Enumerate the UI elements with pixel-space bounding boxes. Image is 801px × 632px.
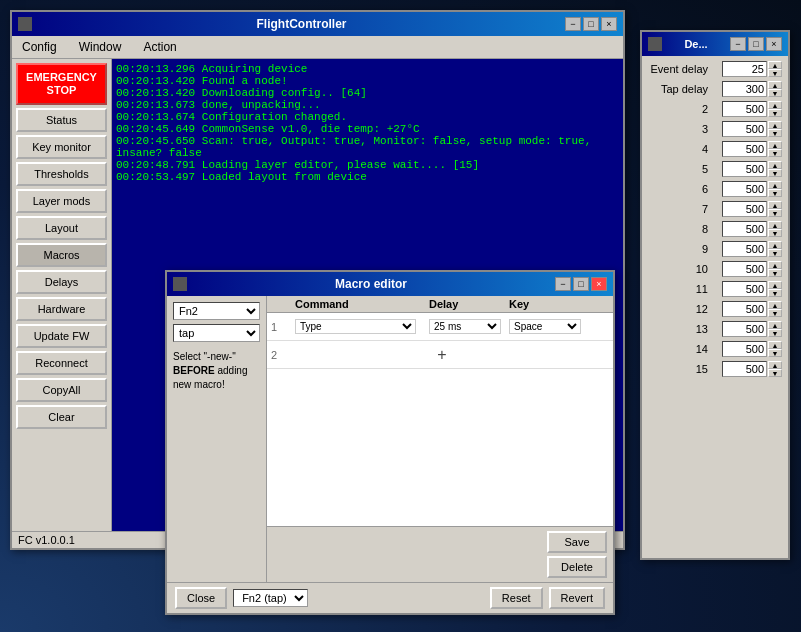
macro-fn-select[interactable]: Fn2 [173, 302, 260, 320]
delays-maximize-button[interactable]: □ [748, 37, 764, 51]
delay-value-input[interactable] [722, 321, 767, 337]
sidebar-btn-thresholds[interactable]: Thresholds [16, 162, 107, 186]
delay-value-input[interactable] [722, 201, 767, 217]
delay-value-input[interactable] [722, 341, 767, 357]
spin-down-button[interactable]: ▼ [768, 89, 782, 97]
spin-up-button[interactable]: ▲ [768, 101, 782, 109]
spin-up-button[interactable]: ▲ [768, 301, 782, 309]
menu-config[interactable]: Config [16, 38, 63, 56]
macro-maximize-button[interactable]: □ [573, 277, 589, 291]
spin-up-button[interactable]: ▲ [768, 241, 782, 249]
add-row-button[interactable]: + [437, 346, 446, 364]
spin-down-button[interactable]: ▼ [768, 169, 782, 177]
delay-value-input[interactable] [722, 161, 767, 177]
spin-down-button[interactable]: ▼ [768, 289, 782, 297]
sidebar-btn-key-monitor[interactable]: Key monitor [16, 135, 107, 159]
minimize-button[interactable]: − [565, 17, 581, 31]
delay-value-input[interactable] [722, 101, 767, 117]
close-button[interactable]: × [601, 17, 617, 31]
delay-row: 3 ▲ ▼ [646, 120, 784, 138]
delay-value-input[interactable] [722, 121, 767, 137]
delay-value-input[interactable] [722, 221, 767, 237]
delay-value-input[interactable] [722, 261, 767, 277]
spin-buttons: ▲ ▼ [768, 261, 782, 277]
sidebar-btn-update-fw[interactable]: Update FW [16, 324, 107, 348]
footer-close-button[interactable]: Close [175, 587, 227, 609]
menu-bar: Config Window Action [12, 36, 623, 59]
footer-revert-button[interactable]: Revert [549, 587, 605, 609]
spin-down-button[interactable]: ▼ [768, 349, 782, 357]
sidebar-btn-clear[interactable]: Clear [16, 405, 107, 429]
sidebar-btn-macros[interactable]: Macros [16, 243, 107, 267]
macro-action-select[interactable]: tap [173, 324, 260, 342]
sidebar-btn-layer-mods[interactable]: Layer mods [16, 189, 107, 213]
spin-down-button[interactable]: ▼ [768, 269, 782, 277]
delay-input-group: ▲ ▼ [722, 261, 782, 277]
footer-reset-button[interactable]: Reset [490, 587, 543, 609]
spin-down-button[interactable]: ▼ [768, 249, 782, 257]
spin-up-button[interactable]: ▲ [768, 201, 782, 209]
sidebar-btn-delays[interactable]: Delays [16, 270, 107, 294]
delay-label: Event delay [648, 63, 708, 75]
delays-close-button[interactable]: × [766, 37, 782, 51]
spin-down-button[interactable]: ▼ [768, 129, 782, 137]
row1-key-select[interactable]: Space [509, 319, 581, 334]
sidebar-btn-reconnect[interactable]: Reconnect [16, 351, 107, 375]
delay-input-group: ▲ ▼ [722, 241, 782, 257]
delay-input-group: ▲ ▼ [722, 61, 782, 77]
spin-up-button[interactable]: ▲ [768, 361, 782, 369]
delay-value-input[interactable] [722, 301, 767, 317]
spin-buttons: ▲ ▼ [768, 201, 782, 217]
spin-up-button[interactable]: ▲ [768, 61, 782, 69]
delay-value-input[interactable] [722, 361, 767, 377]
maximize-button[interactable]: □ [583, 17, 599, 31]
delay-value-input[interactable] [722, 241, 767, 257]
spin-down-button[interactable]: ▼ [768, 189, 782, 197]
spin-up-button[interactable]: ▲ [768, 81, 782, 89]
spin-up-button[interactable]: ▲ [768, 321, 782, 329]
spin-buttons: ▲ ▼ [768, 161, 782, 177]
delays-minimize-button[interactable]: − [730, 37, 746, 51]
row1-type-select[interactable]: Type [295, 319, 416, 334]
row1-delay-select[interactable]: 25 ms [429, 319, 501, 334]
delays-window-controls: − □ × [730, 37, 782, 51]
spin-down-button[interactable]: ▼ [768, 329, 782, 337]
menu-action[interactable]: Action [137, 38, 182, 56]
delay-value-input[interactable] [722, 281, 767, 297]
spin-down-button[interactable]: ▼ [768, 369, 782, 377]
spin-up-button[interactable]: ▲ [768, 341, 782, 349]
menu-window[interactable]: Window [73, 38, 128, 56]
spin-down-button[interactable]: ▼ [768, 229, 782, 237]
sidebar-btn-copy-all[interactable]: CopyAll [16, 378, 107, 402]
delay-row: 7 ▲ ▼ [646, 200, 784, 218]
sidebar-btn-status[interactable]: Status [16, 108, 107, 132]
spin-up-button[interactable]: ▲ [768, 161, 782, 169]
spin-up-button[interactable]: ▲ [768, 181, 782, 189]
spin-down-button[interactable]: ▼ [768, 209, 782, 217]
spin-down-button[interactable]: ▼ [768, 309, 782, 317]
delay-value-input[interactable] [722, 181, 767, 197]
col-key: Key [509, 298, 589, 310]
delay-row: Tap delay ▲ ▼ [646, 80, 784, 98]
emergency-stop-button[interactable]: EMERGENCY STOP [16, 63, 107, 105]
spin-down-button[interactable]: ▼ [768, 69, 782, 77]
delay-label: 5 [648, 163, 708, 175]
spin-up-button[interactable]: ▲ [768, 221, 782, 229]
delete-button[interactable]: Delete [547, 556, 607, 578]
spin-down-button[interactable]: ▼ [768, 109, 782, 117]
sidebar-btn-hardware[interactable]: Hardware [16, 297, 107, 321]
spin-up-button[interactable]: ▲ [768, 281, 782, 289]
sidebar-btn-layout[interactable]: Layout [16, 216, 107, 240]
delay-value-input[interactable] [722, 81, 767, 97]
delay-label: 8 [648, 223, 708, 235]
save-button[interactable]: Save [547, 531, 607, 553]
footer-macro-select[interactable]: Fn2 (tap) [233, 589, 308, 607]
spin-down-button[interactable]: ▼ [768, 149, 782, 157]
delay-value-input[interactable] [722, 141, 767, 157]
spin-up-button[interactable]: ▲ [768, 121, 782, 129]
delay-value-input[interactable] [722, 61, 767, 77]
spin-up-button[interactable]: ▲ [768, 261, 782, 269]
spin-up-button[interactable]: ▲ [768, 141, 782, 149]
macro-minimize-button[interactable]: − [555, 277, 571, 291]
macro-close-button[interactable]: × [591, 277, 607, 291]
